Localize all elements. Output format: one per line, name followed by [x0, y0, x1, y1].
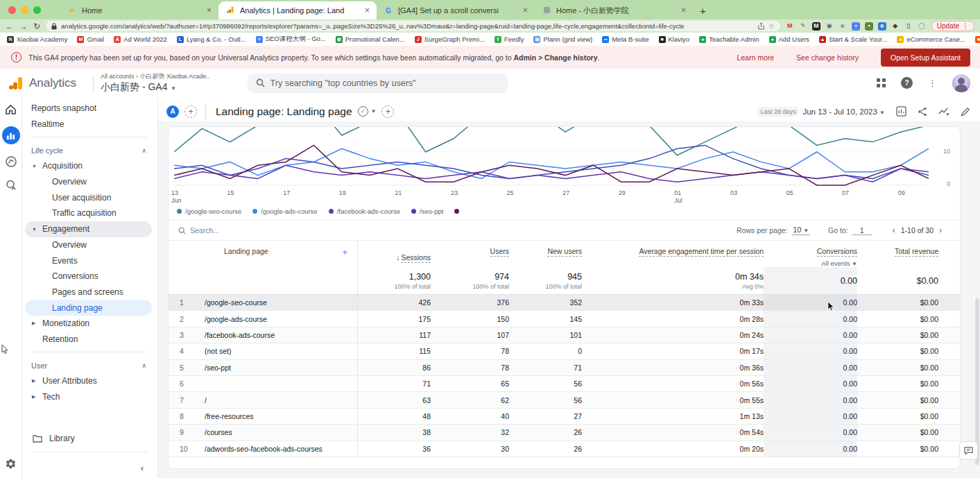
bookmark-item[interactable]: ●Add Users — [769, 35, 809, 43]
puzzle-extensions-icon[interactable]: ◆ — [891, 22, 900, 31]
forward-button[interactable]: → — [19, 22, 28, 31]
edit-report-icon[interactable] — [961, 107, 970, 117]
feedback-button[interactable] — [959, 441, 978, 460]
sidebar-item-user-acquisition[interactable]: User acquisition — [22, 189, 157, 205]
column-total-revenue[interactable]: Total revenue — [857, 241, 938, 255]
line-chart-plot[interactable] — [174, 127, 929, 188]
property-selector[interactable]: All accounts › 小白新势 Xiaobai Acade.. 小白新势… — [101, 73, 210, 94]
bookmark-item[interactable]: ●Teachable Admin — [699, 35, 759, 43]
sidebar-item-traffic-acquisition[interactable]: Traffic acquisition — [22, 205, 157, 221]
bookmark-item[interactable]: NXiaobai Academy — [7, 35, 67, 43]
column-landing-page[interactable]: Landing page — [205, 247, 268, 257]
sidebar-item-monetization[interactable]: ▶Monetization — [22, 316, 157, 332]
explore-icon[interactable] — [5, 155, 17, 168]
add-column-icon[interactable]: + — [342, 247, 347, 257]
section-collapse-icon[interactable]: ∧ — [141, 147, 146, 154]
bookmark-item[interactable]: ▲Start & Scale Your... — [819, 35, 888, 43]
table-row[interactable]: 4(not set)1157800m 17s0.00$0.00 — [169, 343, 960, 359]
sidebar-item-engagement[interactable]: ▼Engagement — [25, 221, 152, 237]
table-row[interactable]: 7/6362560m 55s0.00$0.00 — [169, 392, 960, 408]
sidebar-item-overview[interactable]: Overview — [22, 174, 157, 190]
table-row[interactable]: 67165560m 56s0.00$0.00 — [169, 376, 960, 392]
blue-app-extension-icon[interactable]: ▪ — [852, 22, 860, 31]
gmail-extension-icon[interactable]: M — [786, 22, 794, 31]
insights-icon[interactable] — [938, 108, 949, 116]
bookmark-item[interactable]: fFeedly — [495, 35, 524, 43]
share-page-icon[interactable] — [758, 22, 764, 30]
report-builder-icon[interactable] — [896, 106, 906, 117]
pen-extension-icon[interactable]: ✎ — [799, 22, 807, 31]
bookmark-item[interactable]: MGmail — [77, 35, 104, 43]
see-change-history-link[interactable]: See change history — [796, 53, 859, 62]
chevron-expanded-icon[interactable]: ▼ — [32, 227, 42, 232]
legend-item[interactable] — [454, 209, 459, 214]
sidebar-item-user[interactable]: User∧ — [22, 357, 157, 373]
profile-icon[interactable]: ◯ — [918, 22, 926, 31]
column-new-users[interactable]: New users — [509, 241, 582, 255]
column-conversions[interactable]: Conversions All events ▼ — [764, 241, 857, 267]
table-search-input[interactable]: Search... — [190, 226, 219, 234]
advertising-icon[interactable] — [5, 179, 17, 191]
table-row[interactable]: 2/google-ads-course1751501450m 28s0.00$0… — [169, 311, 960, 327]
sidebar-item-life-cycle[interactable]: Life cycle∧ — [22, 142, 157, 158]
bookmark-item[interactable]: ▦Promotional Calen... — [336, 35, 405, 43]
more-options-icon[interactable]: ⋮ — [928, 78, 937, 88]
new-tab-button[interactable]: + — [700, 5, 706, 17]
camera-extension-icon[interactable]: ◉ — [825, 22, 834, 31]
share-report-icon[interactable] — [918, 107, 927, 117]
column-sessions[interactable]: ↓Sessions — [357, 241, 431, 267]
page-scrollbar[interactable] — [975, 298, 979, 465]
back-button[interactable]: ← — [6, 22, 14, 31]
sidebar-item-pages-and-screens[interactable]: Pages and screens — [22, 284, 157, 300]
collapse-sidebar-icon[interactable]: ‹ — [22, 457, 157, 478]
legend-item[interactable]: /seo-ppt — [411, 207, 443, 215]
goto-page-input[interactable]: 1 — [852, 226, 872, 235]
bookmark-item[interactable]: ■Zap History — [975, 35, 980, 43]
chevron-collapsed-icon[interactable]: ▶ — [32, 394, 42, 400]
stamp-extension-icon[interactable]: ◈ — [839, 22, 847, 31]
section-collapse-icon[interactable]: ∧ — [141, 362, 146, 369]
reload-button[interactable]: ↻ — [33, 22, 40, 31]
browser-menu-icon[interactable]: ⋮ — [962, 22, 969, 30]
close-tab-icon[interactable]: × — [522, 6, 529, 15]
chrome-update-button[interactable]: Update ⋮ — [931, 21, 974, 31]
bookmark-item[interactable]: JSurgeGraph Premi... — [415, 35, 485, 43]
browser-tab[interactable]: Home - 小白新势学院× — [535, 1, 693, 19]
sidebar-item-landing-page[interactable]: Landing page — [25, 300, 152, 316]
learn-more-link[interactable]: Learn more — [737, 53, 774, 62]
maximize-window-icon[interactable] — [33, 6, 41, 14]
bookmark-item[interactable]: ▦Plann (grid view) — [533, 35, 592, 43]
open-setup-assistant-button[interactable]: Open Setup Assistant — [881, 49, 970, 67]
sidebar-item-user-attributes[interactable]: ▶User Attributes — [22, 373, 157, 389]
sidebar-item-overview[interactable]: Overview — [22, 237, 157, 253]
sidebar-item-realtime[interactable]: Realtime — [22, 117, 157, 133]
bookmark-item[interactable]: ∞Meta B-suite — [602, 35, 648, 43]
date-range-selector[interactable]: Jun 13 - Jul 10, 2023 ▼ — [802, 108, 885, 116]
global-search-input[interactable]: Try searching "top countries by users" — [248, 74, 508, 93]
green-app-extension-icon[interactable]: ▪ — [865, 22, 873, 31]
sidebar-item-acquisition[interactable]: ▼Acquisition — [22, 158, 157, 174]
browser-tab[interactable]: G[GA4] Set up a scroll conversi× — [377, 1, 535, 19]
bookmark-item[interactable]: ≡SEO课程大纲 - Go... — [256, 35, 326, 44]
close-window-icon[interactable] — [8, 6, 16, 14]
browser-tab[interactable]: Analytics | Landing page: Land× — [218, 1, 377, 19]
table-row[interactable]: 8/free-resources4840271m 13s0.00$0.00 — [169, 409, 960, 425]
report-check-icon[interactable]: ✓ — [358, 106, 368, 117]
table-row[interactable]: 1/google-seo-course4263763520m 33s0.00$0… — [169, 295, 960, 311]
previous-page-icon[interactable]: ‹ — [887, 225, 901, 235]
sidebar-item-retention[interactable]: Retention — [22, 332, 157, 348]
close-tab-icon[interactable]: × — [680, 6, 687, 15]
legend-item[interactable]: /google-seo-course — [177, 207, 241, 215]
table-row[interactable]: 5/seo-ppt8678710m 36s0.00$0.00 — [169, 360, 960, 376]
medium-extension-icon[interactable]: M — [812, 22, 820, 31]
account-avatar[interactable] — [952, 74, 970, 92]
next-page-icon[interactable]: › — [934, 225, 947, 235]
apps-grid-icon[interactable] — [877, 78, 886, 87]
sidebar-extension-icon[interactable]: ▯ — [904, 22, 913, 31]
minimize-window-icon[interactable] — [21, 6, 28, 14]
product-name[interactable]: Analytics — [29, 76, 76, 90]
browser-tab[interactable]: ♥Home× — [60, 1, 218, 19]
home-icon[interactable] — [5, 104, 17, 115]
reports-icon[interactable] — [2, 126, 20, 144]
bookmark-item[interactable]: ●eCommerce Case... — [897, 35, 965, 43]
